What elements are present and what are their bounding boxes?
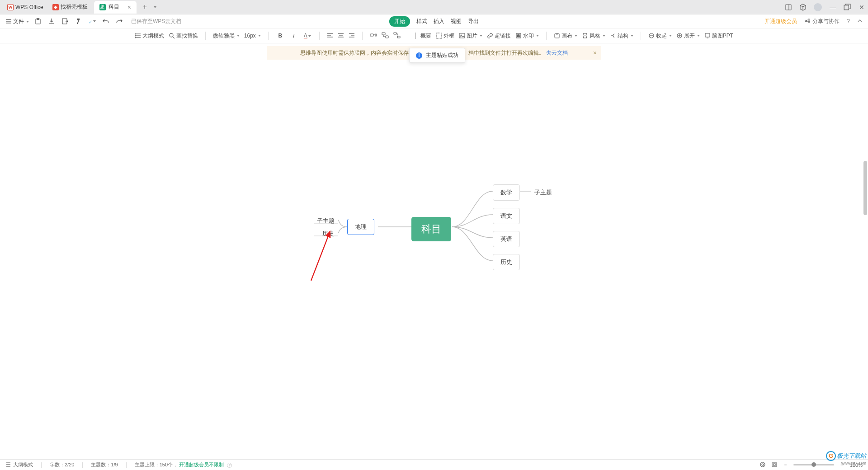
collapse-button[interactable]: 收起 <box>648 32 672 40</box>
expand-button[interactable]: 展开 <box>676 32 700 40</box>
watermark-button[interactable]: 印水印 <box>515 32 539 40</box>
svg-point-12 <box>135 33 136 34</box>
canvas-button[interactable]: 画布 <box>554 32 577 40</box>
svg-rect-26 <box>370 34 373 36</box>
node-chinese[interactable]: 语文 <box>493 208 520 224</box>
status-premium-link[interactable]: 开通超级会员不限制 <box>179 462 224 467</box>
vertical-scrollbar[interactable] <box>863 161 867 215</box>
cube-icon[interactable] <box>799 4 807 11</box>
share-button[interactable]: 分享与协作 <box>804 18 840 25</box>
minimize-button[interactable]: — <box>829 4 836 11</box>
ppt-button[interactable]: 脑图PPT <box>704 32 733 40</box>
svg-text:印: 印 <box>517 34 520 38</box>
template-tab-label: 找稻壳模板 <box>61 3 88 11</box>
collapse-ribbon-icon[interactable] <box>857 18 863 25</box>
panel-icon[interactable] <box>785 4 792 11</box>
node-math[interactable]: 数学 <box>493 184 520 201</box>
download-icon[interactable] <box>48 18 55 25</box>
find-replace-button[interactable]: 查找替换 <box>169 32 198 40</box>
toast-paste-success: i 主题粘贴成功 <box>409 48 465 63</box>
format-painter-icon[interactable] <box>75 18 82 25</box>
share-label: 分享与协作 <box>812 18 840 25</box>
svg-rect-55 <box>774 464 775 465</box>
fit-center-icon[interactable] <box>760 461 766 469</box>
frame-button[interactable]: 外框 <box>436 32 454 40</box>
node-subtopic-right[interactable]: 子主题 <box>533 188 554 197</box>
node-history[interactable]: 历史 <box>493 254 520 270</box>
new-tab-dropdown[interactable] <box>153 5 156 9</box>
svg-line-48 <box>311 231 330 281</box>
window-controls: — ✕ <box>785 3 865 11</box>
svg-rect-2 <box>844 5 849 9</box>
svg-rect-30 <box>386 36 388 38</box>
help-icon[interactable]: ? <box>847 18 850 24</box>
bold-button[interactable]: B <box>276 33 285 39</box>
file-menu-button[interactable]: 文件 <box>5 18 29 25</box>
mindmap-file-icon: 思 <box>99 4 106 10</box>
fit-screen-icon[interactable] <box>771 461 778 469</box>
svg-point-53 <box>760 462 765 467</box>
outline-mode-button[interactable]: 大纲模式 <box>135 32 164 40</box>
font-color-button[interactable]: A <box>303 33 312 39</box>
divider-icon <box>415 33 416 39</box>
status-topics: 主题数：1/9 <box>91 461 118 468</box>
hyperlink-button[interactable]: 超链接 <box>487 32 511 40</box>
italic-button[interactable]: I <box>289 33 298 39</box>
info-icon[interactable]: ? <box>227 463 232 468</box>
align-right-button[interactable] <box>349 32 355 40</box>
svg-point-14 <box>135 37 136 38</box>
premium-link[interactable]: 开通超级会员 <box>764 18 797 25</box>
close-window-button[interactable]: ✕ <box>858 4 865 11</box>
svg-line-16 <box>173 37 175 38</box>
status-bar: 大纲模式 字数：2/20 主题数：1/9 主题上限：150个， 开通超级会员不限… <box>0 459 868 470</box>
status-outline-button[interactable]: 大纲模式 <box>5 461 33 468</box>
topic-button[interactable] <box>370 32 377 40</box>
menu-insert[interactable]: 插入 <box>434 18 444 25</box>
app-tab-wps[interactable]: W WPS Office <box>3 1 48 14</box>
mindmap-canvas[interactable]: 思维导图使用时需保持联网，内容会实时保存至 档中找到文件并打开再次编辑。 去云文… <box>0 43 868 459</box>
image-button[interactable]: 图片 <box>459 32 482 40</box>
menu-view[interactable]: 视图 <box>451 18 462 25</box>
node-history-left[interactable]: 历史 <box>321 229 336 239</box>
redo-icon[interactable] <box>116 18 123 25</box>
dao-logo-icon: ◆ <box>52 4 59 10</box>
node-subtopic-left[interactable]: 子主题 <box>315 216 336 226</box>
new-tab-button[interactable]: ＋ <box>141 2 148 12</box>
font-size-select[interactable]: 16px <box>244 33 261 39</box>
node-geography[interactable]: 地理 <box>347 219 374 235</box>
file-bar: 文件 已保存至WPS云文档 开始 样式 插入 视图 导出 开通超级会员 分享与协… <box>0 14 868 28</box>
app-tab-templates[interactable]: ◆ 找稻壳模板 <box>48 1 92 14</box>
maximize-button[interactable] <box>844 4 851 11</box>
menu-start[interactable]: 开始 <box>389 16 410 27</box>
notif-link[interactable]: 去云文档 <box>546 49 568 57</box>
zoom-slider[interactable] <box>793 464 834 465</box>
font-family-select[interactable]: 微软雅黑 <box>213 32 240 40</box>
notif-close-icon[interactable]: × <box>593 49 597 56</box>
style-button[interactable]: 风格 <box>582 32 605 40</box>
align-center-button[interactable] <box>338 32 344 40</box>
menu-export[interactable]: 导出 <box>468 18 479 25</box>
summary-button[interactable]: 概要 <box>420 32 431 40</box>
paste-icon[interactable] <box>34 18 42 25</box>
pen-icon[interactable] <box>89 18 96 25</box>
toolbar: 大纲模式 查找替换 微软雅黑 16px B I A 概要 外框 图片 超链接 印… <box>0 28 868 43</box>
menu-format[interactable]: 样式 <box>416 18 427 25</box>
align-left-button[interactable] <box>327 32 333 40</box>
structure-button[interactable]: 结构 <box>610 32 633 40</box>
avatar-icon[interactable] <box>814 3 822 11</box>
zoom-in-icon[interactable]: ＋ <box>840 461 844 468</box>
doc-tab-active[interactable]: 思 科目 × <box>94 1 137 14</box>
svg-point-15 <box>170 33 173 37</box>
undo-icon[interactable] <box>102 18 109 25</box>
close-tab-icon[interactable]: × <box>127 4 131 11</box>
svg-rect-0 <box>786 5 791 10</box>
svg-rect-54 <box>772 463 777 466</box>
node-english[interactable]: 英语 <box>493 231 520 247</box>
info-icon: i <box>416 52 422 59</box>
zoom-out-icon[interactable]: － <box>783 461 788 468</box>
export-icon[interactable] <box>61 18 69 25</box>
central-node[interactable]: 科目 <box>411 217 451 241</box>
subtopic-button[interactable] <box>382 32 389 40</box>
wps-logo-icon: W <box>7 4 14 10</box>
relation-button[interactable] <box>393 32 401 40</box>
